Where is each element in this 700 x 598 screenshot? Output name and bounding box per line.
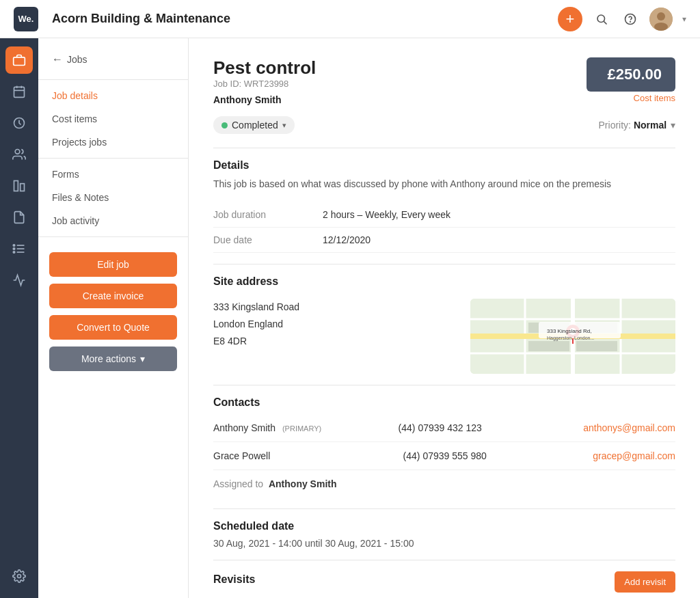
- sidebar-icon-document[interactable]: [5, 204, 33, 231]
- svg-point-3: [630, 21, 631, 22]
- contact-row-2: Grace Powell (44) 07939 555 980 gracep@g…: [213, 442, 675, 470]
- svg-point-13: [15, 150, 20, 154]
- details-section-title: Details: [213, 159, 675, 172]
- priority-chevron[interactable]: ▾: [671, 120, 675, 131]
- due-date-row: Due date 12/12/2020: [213, 228, 675, 253]
- svg-text:333 Kingsland Rd,: 333 Kingsland Rd,: [547, 328, 591, 334]
- sidebar-icon-clock[interactable]: [5, 109, 33, 137]
- contact-1-phone: (44) 07939 432 123: [399, 422, 584, 433]
- convert-to-quote-button[interactable]: Convert to Quote: [49, 315, 177, 340]
- sidebar-icon-chart[interactable]: [5, 172, 33, 200]
- scheduled-value: 30 Aug, 2021 - 14:00 until 30 Aug, 2021 …: [213, 538, 675, 549]
- duration-row: Job duration 2 hours – Weekly, Every wee…: [213, 202, 675, 228]
- sidebar-icon-users[interactable]: [5, 141, 33, 168]
- priority-label: Priority: Normal ▾: [599, 120, 675, 131]
- due-date-label: Due date: [213, 234, 323, 245]
- contacts-section-title: Contacts: [213, 396, 675, 409]
- svg-rect-32: [528, 341, 569, 351]
- job-id: Job ID: WRT23998: [213, 79, 316, 89]
- svg-text:Haggerston, London...: Haggerston, London...: [547, 336, 594, 341]
- svg-rect-33: [576, 341, 617, 351]
- priority-value: Normal: [634, 120, 667, 131]
- svg-rect-8: [14, 87, 25, 97]
- revisits-header: Revisits Add revisit: [213, 571, 675, 593]
- search-icon[interactable]: [592, 10, 611, 29]
- duration-value: 2 hours – Weekly, Every week: [323, 209, 450, 220]
- job-title: Pest control: [213, 57, 316, 79]
- more-actions-chevron: ▾: [140, 353, 145, 364]
- scheduled-title: Scheduled date: [213, 520, 675, 532]
- assigned-name: Anthony Smith: [269, 478, 337, 489]
- nav-sidebar: ← Jobs Job details Cost items Projects j…: [38, 38, 189, 598]
- nav-divider-1: [38, 79, 188, 80]
- contact-1-name: Anthony Smith (PRIMARY): [213, 422, 399, 433]
- details-description: This job is based on what was discussed …: [213, 177, 675, 191]
- cost-amount: £250.00: [600, 66, 662, 83]
- contact-2-phone: (44) 07939 555 980: [403, 450, 593, 461]
- topnav: We. Acorn Building & Maintenance + ▾: [0, 0, 700, 38]
- status-chevron: ▾: [282, 121, 286, 130]
- avatar-chevron[interactable]: ▾: [682, 14, 686, 24]
- svg-point-5: [657, 12, 665, 21]
- sidebar-icon-settings[interactable]: [5, 562, 33, 590]
- nav-divider-3: [38, 236, 188, 237]
- add-revisit-button[interactable]: Add revisit: [615, 571, 675, 593]
- topnav-actions: + ▾: [558, 7, 686, 31]
- revisits-title: Revisits: [213, 573, 255, 586]
- icon-sidebar: [0, 38, 38, 598]
- layout: ← Jobs Job details Cost items Projects j…: [0, 38, 700, 598]
- help-icon[interactable]: [621, 10, 640, 29]
- sidebar-item-projects-jobs[interactable]: Projects jobs: [38, 131, 188, 154]
- site-line2: London England: [213, 316, 454, 333]
- divider-5: [213, 560, 675, 560]
- divider-1: [213, 148, 675, 148]
- due-date-value: 12/12/2020: [323, 234, 371, 245]
- sidebar-item-cost-items[interactable]: Cost items: [38, 107, 188, 131]
- back-arrow-icon: ←: [52, 53, 63, 66]
- sidebar-item-job-details[interactable]: Job details: [38, 84, 188, 107]
- site-address-block: 333 Kingsland Road London England E8 4DR: [213, 299, 454, 374]
- app-title: Acorn Building & Maintenance: [52, 12, 558, 26]
- job-assignee: Anthony Smith: [213, 94, 316, 105]
- divider-4: [213, 508, 675, 509]
- status-badge[interactable]: Completed ▾: [213, 116, 295, 134]
- status-label: Completed: [232, 120, 278, 131]
- duration-label: Job duration: [213, 209, 323, 220]
- nav-action-buttons: Edit job Create invoice Convert to Quote…: [38, 241, 188, 377]
- svg-point-21: [13, 252, 15, 254]
- back-label: Jobs: [67, 54, 88, 65]
- site-section: 333 Kingsland Road London England E8 4DR: [213, 299, 675, 374]
- main-content: Pest control Job ID: WRT23998 Anthony Sm…: [189, 38, 700, 598]
- svg-point-20: [13, 248, 15, 250]
- sidebar-item-job-activity[interactable]: Job activity: [38, 209, 188, 232]
- contact-2-name: Grace Powell: [213, 450, 403, 461]
- svg-line-1: [604, 21, 606, 24]
- svg-point-6: [654, 23, 668, 31]
- divider-3: [213, 385, 675, 385]
- more-actions-button[interactable]: More actions ▾: [49, 346, 177, 371]
- svg-rect-7: [14, 57, 25, 66]
- sidebar-icon-calendar[interactable]: [5, 78, 33, 105]
- app-logo: We.: [14, 7, 38, 31]
- site-line3: E8 4DR: [213, 333, 454, 350]
- svg-point-19: [13, 245, 15, 247]
- contact-1-email[interactable]: anthonys@gmail.com: [583, 422, 675, 433]
- sidebar-icon-graph[interactable]: [5, 267, 33, 294]
- add-button[interactable]: +: [558, 7, 582, 31]
- assigned-row: Assigned to Anthony Smith: [213, 470, 675, 498]
- site-map[interactable]: 333 Kingsland Rd, Haggerston, London...: [470, 299, 675, 374]
- back-to-jobs[interactable]: ← Jobs: [38, 49, 188, 75]
- sidebar-item-forms[interactable]: Forms: [38, 163, 188, 186]
- status-dot: [221, 122, 228, 128]
- sidebar-icon-list[interactable]: [5, 235, 33, 262]
- sidebar-item-files-notes[interactable]: Files & Notes: [38, 186, 188, 209]
- site-address-title: Site address: [213, 275, 675, 288]
- divider-2: [213, 264, 675, 264]
- contact-2-email[interactable]: gracep@gmail.com: [593, 450, 675, 461]
- contact-row-1: Anthony Smith (PRIMARY) (44) 07939 432 1…: [213, 414, 675, 442]
- create-invoice-button[interactable]: Create invoice: [49, 284, 177, 308]
- avatar[interactable]: [649, 8, 673, 31]
- cost-items-link[interactable]: Cost items: [587, 93, 675, 103]
- sidebar-icon-briefcase[interactable]: [5, 46, 33, 74]
- edit-job-button[interactable]: Edit job: [49, 252, 177, 277]
